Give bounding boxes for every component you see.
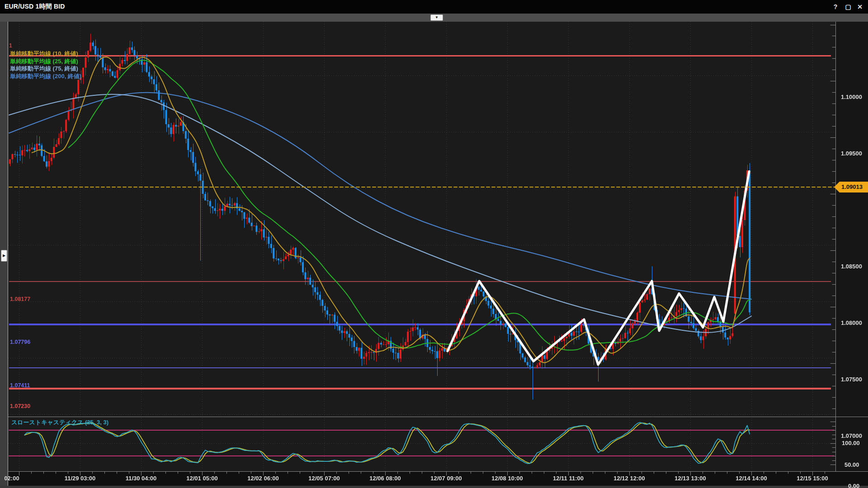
time-axis-label: 12/01 05:00 xyxy=(186,475,217,482)
price-axis-label: 1.10000 xyxy=(841,94,862,100)
current-price-badge: 1.09013 xyxy=(834,182,868,192)
time-axis-label: 02:00 xyxy=(4,475,19,482)
time-axis-label: 12/14 14:00 xyxy=(736,475,767,482)
legend-item: 単純移動平均線 (75, 終値) xyxy=(10,65,78,73)
time-axis-label: 11/30 04:00 xyxy=(126,475,157,482)
maximize-icon[interactable]: ▢ xyxy=(843,2,854,12)
stoch-axis-label: 100.00 xyxy=(842,440,860,446)
time-axis-label: 12/08 10:00 xyxy=(491,475,523,482)
legend-item: 単純移動平均線 (200, 終値) xyxy=(10,72,81,80)
chart-area: ▶ 単純移動平均線 (10, 終値)単純移動平均線 (25, 終値)単純移動平均… xyxy=(0,22,868,488)
toolbar-strip: ▼ xyxy=(0,14,868,22)
price-level-label: 1.08177 xyxy=(10,296,30,302)
time-axis-label: 12/13 13:00 xyxy=(675,475,706,482)
help-icon[interactable]: ? xyxy=(830,2,841,12)
time-axis-label: 12/05 07:00 xyxy=(308,475,340,482)
time-axis-label: 12/12 12:00 xyxy=(613,475,645,482)
time-axis-label: 11/29 03:00 xyxy=(65,475,96,482)
stoch-axis-label: 50.00 xyxy=(844,461,859,468)
current-price-value: 1.09013 xyxy=(841,183,863,190)
price-axis-label: 1.07000 xyxy=(841,432,862,439)
price-level-label: 1.07796 xyxy=(10,339,30,345)
chart-canvas[interactable] xyxy=(0,22,868,488)
stoch-axis-label: 0.00 xyxy=(848,483,859,488)
panel-expand-icon[interactable]: ▶ xyxy=(1,250,7,262)
time-axis-label: 12/02 06:00 xyxy=(247,475,278,482)
time-axis-label: 12/15 15:00 xyxy=(797,475,828,482)
time-axis-label: 12/11 11:00 xyxy=(553,475,584,482)
price-level-label: 1.07230 xyxy=(10,403,30,409)
price-axis-label: 1.08500 xyxy=(841,263,862,270)
price-level-label: 1.07411 xyxy=(10,382,30,389)
trading-app-window: EUR/USD 1時間 BID ? ▢ ✕ ▼ ▶ 単純移動平均線 (10, 終… xyxy=(0,0,868,488)
price-axis-label: 1.09500 xyxy=(841,150,862,157)
time-axis-label: 12/07 09:00 xyxy=(430,475,462,482)
price-axis-label: 1.08000 xyxy=(841,319,862,326)
clipped-level-label: 1 xyxy=(9,42,12,49)
window-title: EUR/USD 1時間 BID xyxy=(5,3,65,11)
legend-item: 単純移動平均線 (25, 終値) xyxy=(10,57,78,66)
chevron-down-icon[interactable]: ▼ xyxy=(430,14,443,21)
close-icon[interactable]: ✕ xyxy=(854,2,865,12)
title-bar: EUR/USD 1時間 BID ? ▢ ✕ xyxy=(0,0,868,14)
price-axis-label: 1.07500 xyxy=(841,376,862,383)
legend-item: 単純移動平均線 (10, 終値) xyxy=(10,50,78,58)
time-axis-label: 12/06 08:00 xyxy=(369,475,401,482)
stochastic-legend: スローストキャスティクス (25, 3, 3) xyxy=(11,418,108,427)
